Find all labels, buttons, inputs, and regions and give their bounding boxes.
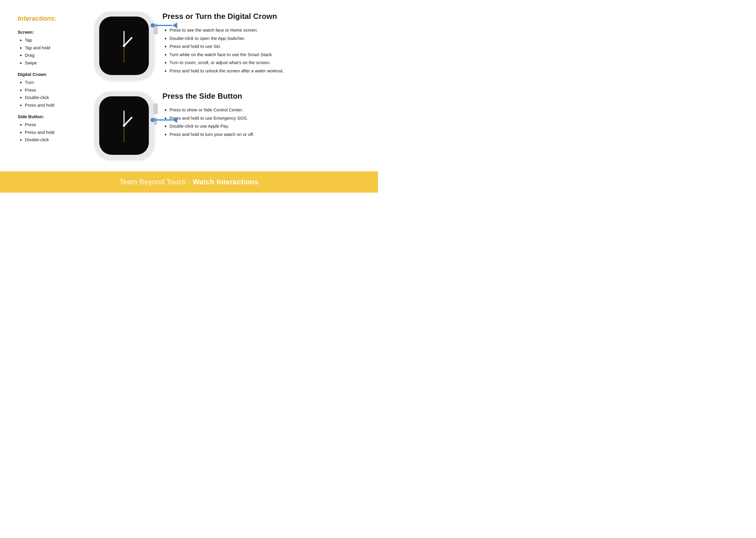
crown-arrow xyxy=(151,23,177,28)
watch-body-crown xyxy=(94,12,154,80)
watch-screen-side xyxy=(99,96,149,155)
list-item: Double-click xyxy=(25,136,83,143)
side-button-watch-section: Press the Side Button Press to show or h… xyxy=(94,91,360,160)
sidebar-crown-list: Turn Press Double-click Press and hold xyxy=(18,79,83,109)
watch-body-side xyxy=(94,91,154,160)
arrow-dot-icon xyxy=(151,23,155,27)
watch-illustration-crown xyxy=(94,12,154,80)
list-item: Press xyxy=(25,86,83,94)
list-item: Tap and hold xyxy=(25,44,83,52)
side-button-section-title: Press the Side Button xyxy=(162,91,360,101)
list-item: Tap xyxy=(25,36,83,44)
list-item: Press and hold to turn your watch on or … xyxy=(170,131,360,138)
sidebar-section-side-label: Side Button: xyxy=(18,114,83,119)
list-item: Press and hold to use Siri. xyxy=(170,42,360,50)
list-item: Press to show or hide Control Center. xyxy=(170,106,360,114)
arrow-dot-icon xyxy=(151,118,155,122)
side-button-bullets-list: Press to show or hide Control Center. Pr… xyxy=(162,106,360,138)
list-item: Turn while on the watch face to use the … xyxy=(170,51,360,59)
list-item: Press and hold xyxy=(25,129,83,136)
crown-bullets-list: Press to see the watch face or Home scre… xyxy=(162,26,360,75)
arrow-line-icon xyxy=(155,119,173,121)
list-item: Press xyxy=(25,121,83,129)
list-item: Turn to zoom, scroll, or adjust what's o… xyxy=(170,59,360,67)
arrow-head-icon xyxy=(173,23,177,28)
footer-text: Team Beyond Touch - Watch Interactions xyxy=(0,178,378,186)
sidebar: Interactions: Screen: Tap Tap and hold D… xyxy=(18,12,83,160)
list-item: Swipe xyxy=(25,59,83,67)
footer-text-bold: Watch Interactions xyxy=(193,178,259,186)
digital-crown-knob-2 xyxy=(154,103,158,114)
svg-point-3 xyxy=(123,45,125,47)
list-item: Drag xyxy=(25,51,83,59)
list-item: Double-click to use Apple Pay. xyxy=(170,122,360,130)
list-item: Double-click xyxy=(25,94,83,101)
list-item: Press to see the watch face or Home scre… xyxy=(170,26,360,34)
list-item: Press and hold xyxy=(25,101,83,109)
sidebar-section-crown-label: Digital Crown xyxy=(18,72,83,77)
footer-bar: Team Beyond Touch - Watch Interactions xyxy=(0,171,378,192)
list-item: Turn xyxy=(25,79,83,86)
main-content: Interactions: Screen: Tap Tap and hold D… xyxy=(0,0,378,165)
right-content: Press or Turn the Digital Crown Press to… xyxy=(94,12,360,160)
sidebar-title: Interactions: xyxy=(18,15,83,23)
crown-info-section: Press or Turn the Digital Crown Press to… xyxy=(162,12,360,75)
arrow-head-icon xyxy=(173,117,177,123)
crown-section-title: Press or Turn the Digital Crown xyxy=(162,12,360,21)
crown-watch-section: Press or Turn the Digital Crown Press to… xyxy=(94,12,360,80)
sidebar-section-screen-label: Screen: xyxy=(18,29,83,34)
side-button-info-section: Press the Side Button Press to show or h… xyxy=(162,91,360,138)
sidebar-side-list: Press Press and hold Double-click xyxy=(18,121,83,143)
list-item: Press and hold to unlock the screen afte… xyxy=(170,67,360,75)
watch-illustration-side xyxy=(94,91,154,160)
svg-line-0 xyxy=(124,38,132,46)
list-item: Press and hold to use Emergency SOS. xyxy=(170,114,360,122)
svg-line-4 xyxy=(124,118,132,126)
side-button-arrow xyxy=(151,117,177,123)
list-item: Double-click to open the App Switcher. xyxy=(170,34,360,42)
watch-screen-crown xyxy=(99,17,149,75)
footer-text-regular: Team Beyond Touch - xyxy=(119,178,192,186)
sidebar-screen-list: Tap Tap and hold Drag Swipe xyxy=(18,36,83,67)
arrow-line-icon xyxy=(155,25,173,26)
svg-point-7 xyxy=(123,124,125,127)
